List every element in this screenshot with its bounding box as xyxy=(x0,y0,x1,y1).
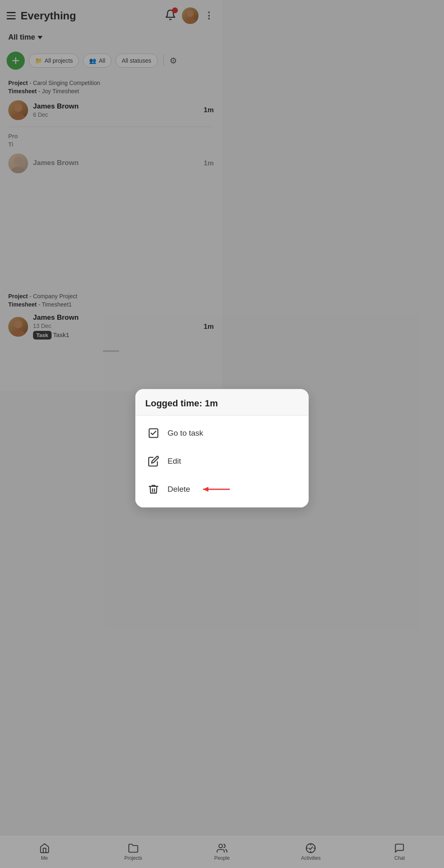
modal-overlay[interactable] xyxy=(0,0,222,434)
go-to-task-label: Go to task xyxy=(168,429,203,434)
modal-body: Go to task Edit Delete xyxy=(135,416,222,434)
modal-header: Logged time: 1m xyxy=(135,389,222,416)
modal-title: Logged time: 1m xyxy=(145,398,222,409)
go-to-task-item[interactable]: Go to task xyxy=(135,419,222,434)
checkbox-icon xyxy=(147,427,160,434)
context-menu-modal: Logged time: 1m Go to task Edit xyxy=(135,389,222,434)
